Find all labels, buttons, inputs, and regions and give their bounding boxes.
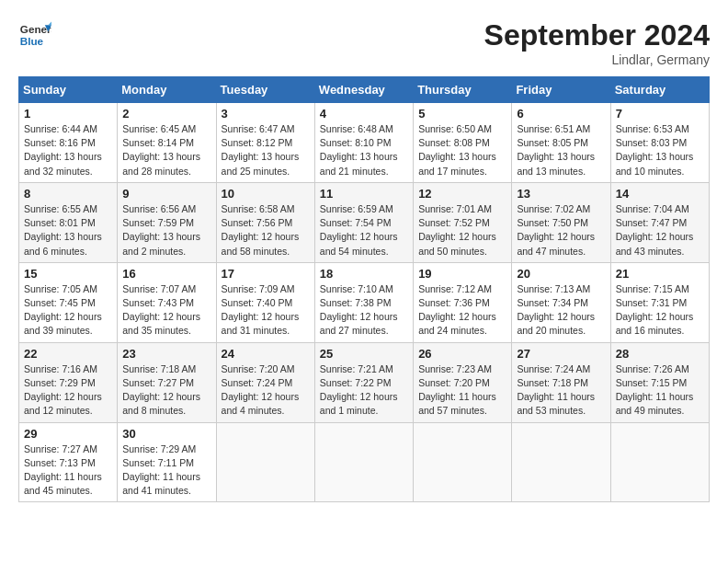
calendar-cell: 19Sunrise: 7:12 AM Sunset: 7:36 PM Dayli… <box>414 262 512 342</box>
day-number: 25 <box>320 347 408 361</box>
day-info: Sunrise: 7:07 AM Sunset: 7:43 PM Dayligh… <box>122 282 210 339</box>
calendar-week-row: 1Sunrise: 6:44 AM Sunset: 8:16 PM Daylig… <box>19 103 710 183</box>
calendar-cell: 24Sunrise: 7:20 AM Sunset: 7:24 PM Dayli… <box>216 342 314 422</box>
day-info: Sunrise: 7:24 AM Sunset: 7:18 PM Dayligh… <box>517 362 605 419</box>
day-number: 27 <box>517 347 605 361</box>
day-number: 28 <box>616 347 704 361</box>
day-number: 20 <box>517 267 605 281</box>
calendar-cell: 17Sunrise: 7:09 AM Sunset: 7:40 PM Dayli… <box>216 262 314 342</box>
day-number: 15 <box>24 267 112 281</box>
day-number: 14 <box>616 187 704 201</box>
day-info: Sunrise: 6:50 AM Sunset: 8:08 PM Dayligh… <box>418 122 506 178</box>
svg-text:General: General <box>20 23 51 35</box>
day-number: 1 <box>24 107 112 121</box>
calendar-header-sunday: Sunday <box>19 77 118 103</box>
day-info: Sunrise: 6:58 AM Sunset: 7:56 PM Dayligh… <box>222 202 310 259</box>
calendar-cell: 27Sunrise: 7:24 AM Sunset: 7:18 PM Dayli… <box>512 342 610 422</box>
day-info: Sunrise: 6:53 AM Sunset: 8:03 PM Dayligh… <box>616 122 704 178</box>
day-info: Sunrise: 6:44 AM Sunset: 8:16 PM Dayligh… <box>24 122 112 178</box>
calendar-cell: 2Sunrise: 6:45 AM Sunset: 8:14 PM Daylig… <box>118 103 216 183</box>
day-number: 3 <box>222 107 310 121</box>
calendar-cell: 9Sunrise: 6:56 AM Sunset: 7:59 PM Daylig… <box>118 182 216 262</box>
day-info: Sunrise: 7:04 AM Sunset: 7:47 PM Dayligh… <box>616 202 704 259</box>
logo: General Blue <box>18 18 51 52</box>
title-area: September 2024 Lindlar, Germany <box>484 18 710 67</box>
calendar-header-row: SundayMondayTuesdayWednesdayThursdayFrid… <box>19 77 710 103</box>
day-number: 18 <box>320 267 408 281</box>
day-info: Sunrise: 7:20 AM Sunset: 7:24 PM Dayligh… <box>222 362 310 419</box>
day-number: 24 <box>222 347 310 361</box>
location: Lindlar, Germany <box>484 52 710 67</box>
day-info: Sunrise: 7:27 AM Sunset: 7:13 PM Dayligh… <box>24 442 112 499</box>
calendar-cell: 18Sunrise: 7:10 AM Sunset: 7:38 PM Dayli… <box>314 262 413 342</box>
day-number: 5 <box>418 107 506 121</box>
day-info: Sunrise: 7:01 AM Sunset: 7:52 PM Dayligh… <box>418 202 506 259</box>
calendar-header-saturday: Saturday <box>610 77 709 103</box>
day-number: 21 <box>616 267 704 281</box>
day-number: 13 <box>517 187 605 201</box>
day-info: Sunrise: 6:59 AM Sunset: 7:54 PM Dayligh… <box>320 202 408 259</box>
day-number: 8 <box>24 187 112 201</box>
day-info: Sunrise: 7:15 AM Sunset: 7:31 PM Dayligh… <box>616 282 704 339</box>
day-number: 4 <box>320 107 408 121</box>
day-number: 6 <box>517 107 605 121</box>
day-number: 7 <box>616 107 704 121</box>
day-number: 22 <box>24 347 112 361</box>
day-info: Sunrise: 7:23 AM Sunset: 7:20 PM Dayligh… <box>418 362 506 419</box>
day-number: 29 <box>24 427 112 441</box>
svg-text:Blue: Blue <box>20 35 44 47</box>
day-info: Sunrise: 6:51 AM Sunset: 8:05 PM Dayligh… <box>517 122 605 178</box>
calendar-cell: 21Sunrise: 7:15 AM Sunset: 7:31 PM Dayli… <box>610 262 709 342</box>
day-info: Sunrise: 7:05 AM Sunset: 7:45 PM Dayligh… <box>24 282 112 339</box>
day-info: Sunrise: 7:13 AM Sunset: 7:34 PM Dayligh… <box>517 282 605 339</box>
calendar-header-wednesday: Wednesday <box>314 77 413 103</box>
calendar-cell: 26Sunrise: 7:23 AM Sunset: 7:20 PM Dayli… <box>414 342 512 422</box>
calendar-week-row: 22Sunrise: 7:16 AM Sunset: 7:29 PM Dayli… <box>19 342 710 422</box>
calendar-cell: 11Sunrise: 6:59 AM Sunset: 7:54 PM Dayli… <box>314 182 413 262</box>
day-number: 16 <box>122 267 210 281</box>
calendar-cell: 20Sunrise: 7:13 AM Sunset: 7:34 PM Dayli… <box>512 262 610 342</box>
day-info: Sunrise: 7:29 AM Sunset: 7:11 PM Dayligh… <box>122 442 210 499</box>
day-info: Sunrise: 6:47 AM Sunset: 8:12 PM Dayligh… <box>222 122 310 178</box>
calendar-cell: 10Sunrise: 6:58 AM Sunset: 7:56 PM Dayli… <box>216 182 314 262</box>
page-header: General Blue September 2024 Lindlar, Ger… <box>18 18 710 67</box>
day-number: 10 <box>222 187 310 201</box>
calendar-cell <box>414 422 512 502</box>
calendar-cell: 14Sunrise: 7:04 AM Sunset: 7:47 PM Dayli… <box>610 182 709 262</box>
calendar-cell: 8Sunrise: 6:55 AM Sunset: 8:01 PM Daylig… <box>19 182 118 262</box>
calendar-cell: 5Sunrise: 6:50 AM Sunset: 8:08 PM Daylig… <box>414 103 512 183</box>
calendar-header-friday: Friday <box>512 77 610 103</box>
calendar-cell: 12Sunrise: 7:01 AM Sunset: 7:52 PM Dayli… <box>414 182 512 262</box>
calendar-cell: 29Sunrise: 7:27 AM Sunset: 7:13 PM Dayli… <box>19 422 118 502</box>
calendar-cell: 23Sunrise: 7:18 AM Sunset: 7:27 PM Dayli… <box>118 342 216 422</box>
calendar-cell: 6Sunrise: 6:51 AM Sunset: 8:05 PM Daylig… <box>512 103 610 183</box>
calendar-cell: 4Sunrise: 6:48 AM Sunset: 8:10 PM Daylig… <box>314 103 413 183</box>
day-info: Sunrise: 6:55 AM Sunset: 8:01 PM Dayligh… <box>24 202 112 259</box>
calendar-cell: 13Sunrise: 7:02 AM Sunset: 7:50 PM Dayli… <box>512 182 610 262</box>
calendar-header-tuesday: Tuesday <box>216 77 314 103</box>
calendar-cell: 28Sunrise: 7:26 AM Sunset: 7:15 PM Dayli… <box>610 342 709 422</box>
calendar-header-thursday: Thursday <box>414 77 512 103</box>
calendar-cell: 16Sunrise: 7:07 AM Sunset: 7:43 PM Dayli… <box>118 262 216 342</box>
calendar-cell <box>314 422 413 502</box>
calendar-cell: 15Sunrise: 7:05 AM Sunset: 7:45 PM Dayli… <box>19 262 118 342</box>
day-number: 2 <box>122 107 210 121</box>
logo-icon: General Blue <box>18 18 51 52</box>
day-info: Sunrise: 7:16 AM Sunset: 7:29 PM Dayligh… <box>24 362 112 419</box>
day-number: 17 <box>222 267 310 281</box>
day-info: Sunrise: 7:18 AM Sunset: 7:27 PM Dayligh… <box>122 362 210 419</box>
calendar-cell <box>512 422 610 502</box>
day-info: Sunrise: 7:10 AM Sunset: 7:38 PM Dayligh… <box>320 282 408 339</box>
calendar-cell: 3Sunrise: 6:47 AM Sunset: 8:12 PM Daylig… <box>216 103 314 183</box>
day-info: Sunrise: 7:02 AM Sunset: 7:50 PM Dayligh… <box>517 202 605 259</box>
day-info: Sunrise: 7:26 AM Sunset: 7:15 PM Dayligh… <box>616 362 704 419</box>
day-info: Sunrise: 6:48 AM Sunset: 8:10 PM Dayligh… <box>320 122 408 178</box>
day-info: Sunrise: 6:45 AM Sunset: 8:14 PM Dayligh… <box>122 122 210 178</box>
day-info: Sunrise: 6:56 AM Sunset: 7:59 PM Dayligh… <box>122 202 210 259</box>
calendar-week-row: 29Sunrise: 7:27 AM Sunset: 7:13 PM Dayli… <box>19 422 710 502</box>
day-number: 12 <box>418 187 506 201</box>
calendar-cell <box>610 422 709 502</box>
calendar-week-row: 8Sunrise: 6:55 AM Sunset: 8:01 PM Daylig… <box>19 182 710 262</box>
day-info: Sunrise: 7:21 AM Sunset: 7:22 PM Dayligh… <box>320 362 408 419</box>
day-number: 19 <box>418 267 506 281</box>
